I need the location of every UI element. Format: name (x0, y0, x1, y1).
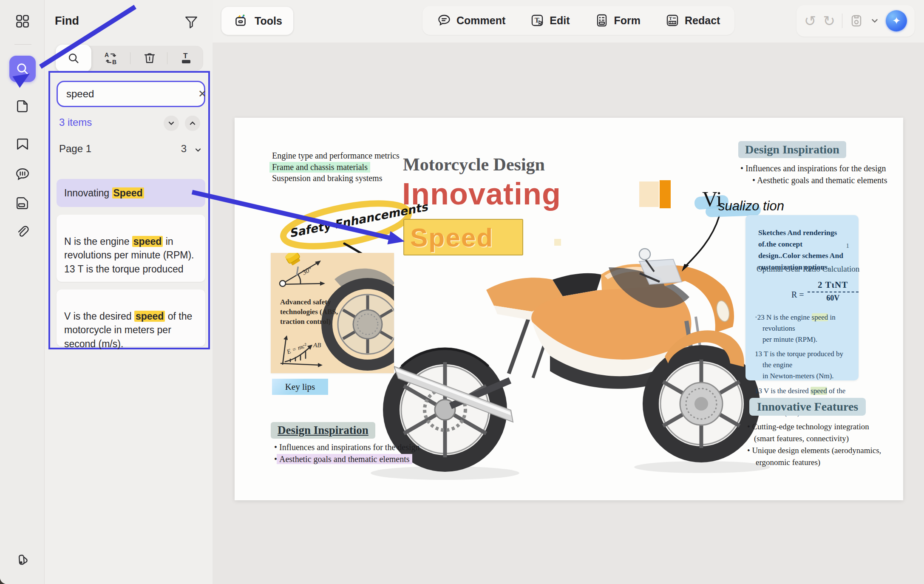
pdf-page: Engine type and performance metrics Fram… (235, 118, 903, 500)
tab-form[interactable]: Form (595, 13, 641, 28)
sketch-caption: Advanced safety technologies (ABS, tract… (280, 298, 338, 327)
doc-list-item-highlighted: Frame and chassis materials (269, 162, 370, 173)
delete-icon[interactable] (136, 46, 163, 71)
tools-button[interactable]: Tools (221, 7, 293, 35)
match-highlight: speed (132, 236, 163, 247)
gear-ratio-formula: R = 2 TιNT 60V (791, 280, 859, 303)
bullet-line: (smart features, connectivity) (754, 434, 849, 443)
subtoolbar-divider (130, 52, 130, 64)
search-results-frame: ✕ 3 items Page 1 3 Innovating Speed (48, 71, 210, 349)
history-group: ↺ ↻ ✦ (796, 5, 915, 37)
results-count: 3 items (59, 116, 92, 128)
match-highlight: Speed (112, 187, 144, 198)
search-subtoolbar: A B T (57, 46, 203, 71)
notes-box: Sketches And renderings of.the concept d… (745, 215, 859, 380)
bookmark-icon[interactable] (9, 131, 36, 158)
notes-item: ·23 N is the engine speed in revolutions… (755, 312, 852, 345)
search-result-item[interactable]: Innovating Speed (57, 179, 205, 207)
doc-headline-2: Speed (410, 222, 493, 252)
find-panel: Find A B (45, 0, 213, 584)
filter-icon[interactable] (182, 13, 201, 31)
pdf-editor-window: Find A B (0, 0, 924, 584)
bullet-line: • Unique design elements (aerodynamics, (747, 446, 881, 455)
innovative-features-title: Innovative Features (749, 398, 866, 416)
bullet-line: • Influences and inspirations for the de… (740, 164, 886, 173)
tab-comment[interactable]: Comment (437, 13, 505, 28)
tools-label: Tools (255, 15, 282, 27)
tab-edit[interactable]: T Edit (530, 13, 570, 28)
bullet-line: • Influences and inspirations for the de… (274, 442, 419, 452)
key-tips-label: Key lips (272, 379, 328, 395)
undo-arrow-icon[interactable]: ↺ (804, 14, 816, 28)
notes-subtitle: Optimal Gear Ratio Calculation (757, 264, 859, 274)
search-icon[interactable] (9, 56, 36, 82)
mode-switcher: Comment T Edit Form (422, 6, 734, 35)
sketch-panel: 30° E = mc² AB (271, 253, 394, 373)
notes-page-mark: 1 (846, 242, 850, 249)
ab-label: AB (313, 342, 321, 349)
tab-redact[interactable]: T Redact (665, 13, 720, 28)
svg-text:B: B (112, 59, 116, 65)
replace-ab-icon[interactable]: A B (97, 46, 125, 71)
ai-assistant-icon[interactable]: ✦ (886, 10, 907, 31)
chevron-down-icon[interactable] (194, 145, 202, 156)
page-group-row[interactable]: Page 1 3 (59, 143, 204, 157)
form-icon (595, 13, 609, 28)
search-result-item[interactable]: V is the desired speed of the motorcycle… (57, 289, 205, 346)
search-mode-button[interactable] (56, 45, 91, 72)
doc-title: Motorcycle Design (403, 154, 545, 175)
comment-bubble-icon (437, 13, 451, 28)
page-group-label: Page 1 (59, 143, 91, 154)
form-field-icon[interactable] (9, 190, 36, 216)
prev-result-button[interactable] (185, 116, 200, 131)
rail-divider (14, 44, 31, 45)
curve-label: E = mc² (286, 342, 308, 355)
document-canvas: Engine type and performance metrics Fram… (213, 43, 924, 584)
svg-text:T: T (183, 52, 188, 60)
close-icon[interactable]: ✕ (198, 88, 207, 100)
doc-list-item: Suspension and braking systems (272, 173, 382, 183)
doc-list-item: Engine type and performance metrics (272, 151, 400, 161)
design-inspiration-top-title: Design Inspiration (738, 141, 846, 158)
svg-text:T: T (669, 16, 672, 21)
history-divider (842, 14, 842, 28)
design-inspiration-bottom-title: Design Inspiration (271, 422, 375, 439)
page-thumbnails-icon[interactable] (9, 93, 36, 119)
app-grid-icon[interactable] (9, 8, 36, 34)
bullet-line: ergonomic features) (756, 458, 820, 467)
swatches-icon[interactable] (9, 547, 36, 573)
chevron-down-icon[interactable] (870, 17, 879, 25)
redact-text-icon[interactable]: T (173, 46, 200, 71)
bullet-line: • • Aesthetic goals and thematic element… (274, 454, 412, 464)
next-result-button[interactable] (164, 116, 179, 131)
save-icon[interactable] (849, 14, 864, 28)
edit-text-icon: T (530, 13, 544, 28)
notes-item: 13 T is the torque produced by the engin… (755, 349, 852, 381)
search-result-item[interactable]: N is the engine speed in revolutions per… (57, 215, 205, 282)
sidebar-rail (0, 0, 45, 584)
search-input-wrap: ✕ (57, 81, 205, 107)
redact-icon: T (665, 13, 680, 28)
top-toolbar: Tools Comment T Edit (213, 0, 924, 43)
comments-icon[interactable] (9, 161, 36, 187)
panel-title: Find (55, 14, 79, 28)
page-result-count: 3 (181, 143, 187, 155)
fraction-bar (808, 292, 859, 292)
toolbox-icon (232, 13, 249, 29)
redo-arrow-icon[interactable]: ↻ (823, 14, 836, 28)
svg-text:A: A (105, 51, 109, 58)
visualization-fragment: sualizo tion (718, 198, 784, 214)
match-highlight: speed (134, 311, 165, 322)
subtoolbar-divider (167, 52, 167, 64)
doc-headline-2-box: Speed (403, 219, 523, 255)
attachment-icon[interactable] (9, 219, 36, 246)
bullet-line: • Aesthetic goals and thematic elements (752, 176, 887, 185)
lavender-highlight: Aesthetic goals and thematic elements (277, 454, 412, 464)
search-input[interactable] (58, 88, 198, 100)
bullet-line: • Cutting-edge technology integration (747, 422, 869, 431)
